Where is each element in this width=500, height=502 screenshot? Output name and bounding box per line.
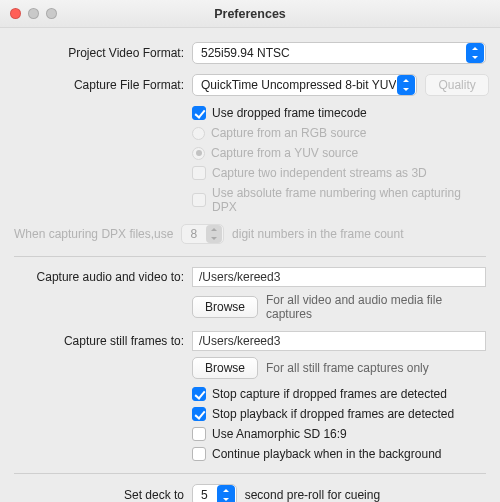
capture-file-format-select[interactable]: QuickTime Uncompressed 8-bit YUV: [192, 74, 417, 96]
absolute-frame-numbering-check: [192, 193, 206, 207]
capture-file-format-label: Capture File Format:: [14, 78, 184, 92]
use-dropped-frame-timecode-check[interactable]: [192, 106, 206, 120]
stop-capture-dropped-label: Stop capture if dropped frames are detec…: [212, 387, 447, 401]
yuv-source-label: Capture from a YUV source: [211, 146, 358, 160]
browse-still-button[interactable]: Browse: [192, 357, 258, 379]
anamorphic-check[interactable]: [192, 427, 206, 441]
absolute-frame-numbering-label: Use absolute frame numbering when captur…: [212, 186, 486, 214]
dpx-prefix: When capturing DPX files,use: [14, 227, 173, 241]
two-streams-label: Capture two independent streams as 3D: [212, 166, 427, 180]
capture-av-hint: For all video and audio media file captu…: [266, 293, 486, 321]
deck-preroll-value: 5: [193, 488, 216, 502]
background-playback-label: Continue playback when in the background: [212, 447, 442, 461]
two-streams-check: [192, 166, 206, 180]
dpx-digit-row: When capturing DPX files,use 8 digit num…: [14, 224, 486, 244]
titlebar: Preferences: [0, 0, 500, 28]
background-playback-check[interactable]: [192, 447, 206, 461]
use-dropped-frame-timecode-label: Use dropped frame timecode: [212, 106, 367, 120]
dpx-suffix: digit numbers in the frame count: [232, 227, 403, 241]
rgb-source-radio: [192, 127, 205, 140]
chevron-updown-icon: [217, 485, 235, 502]
capture-still-path-input[interactable]: [192, 331, 486, 351]
separator: [14, 473, 486, 474]
chevron-updown-icon: [206, 225, 222, 243]
anamorphic-label: Use Anamorphic SD 16:9: [212, 427, 347, 441]
dpx-digit-value: 8: [182, 227, 205, 241]
capture-file-format-value: QuickTime Uncompressed 8-bit YUV: [201, 78, 396, 92]
capture-still-path-label: Capture still frames to:: [14, 334, 184, 348]
dpx-digit-stepper: 8: [181, 224, 224, 244]
deck-preroll-stepper[interactable]: 5: [192, 484, 237, 502]
set-deck-label: Set deck to: [14, 488, 184, 502]
quality-button: Quality: [425, 74, 488, 96]
rgb-source-label: Capture from an RGB source: [211, 126, 366, 140]
stop-capture-dropped-check[interactable]: [192, 387, 206, 401]
project-video-format-value: 525i59.94 NTSC: [201, 46, 290, 60]
capture-still-hint: For all still frame captures only: [266, 361, 429, 375]
capture-av-path-input[interactable]: [192, 267, 486, 287]
stop-playback-dropped-check[interactable]: [192, 407, 206, 421]
yuv-source-radio: [192, 147, 205, 160]
separator: [14, 256, 486, 257]
project-video-format-select[interactable]: 525i59.94 NTSC: [192, 42, 486, 64]
browse-av-button[interactable]: Browse: [192, 296, 258, 318]
chevron-updown-icon: [466, 43, 484, 63]
deck-preroll-suffix: second pre-roll for cueing: [245, 488, 380, 502]
chevron-updown-icon: [397, 75, 415, 95]
stop-playback-dropped-label: Stop playback if dropped frames are dete…: [212, 407, 454, 421]
preferences-body: Project Video Format: 525i59.94 NTSC Cap…: [0, 28, 500, 502]
project-video-format-label: Project Video Format:: [14, 46, 184, 60]
capture-av-path-label: Capture audio and video to:: [14, 270, 184, 284]
window-title: Preferences: [0, 7, 500, 21]
